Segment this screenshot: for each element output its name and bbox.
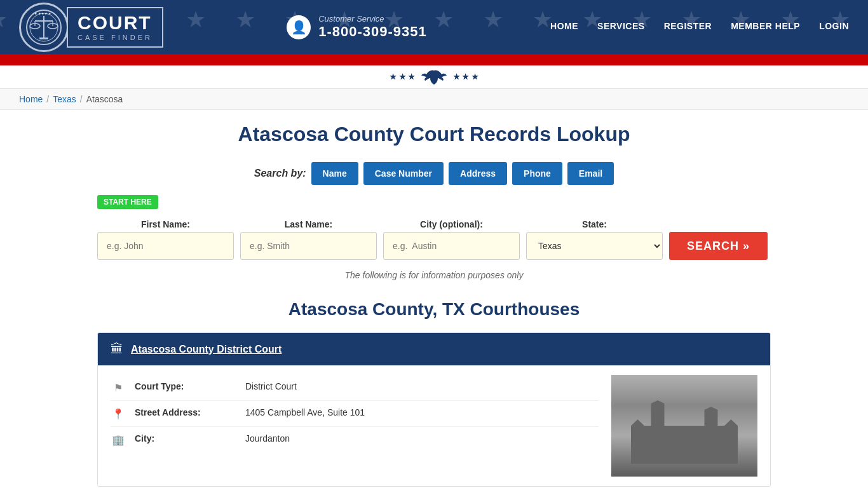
- tab-name[interactable]: Name: [311, 162, 358, 185]
- main-content: Atascosa County Court Records Lookup Sea…: [85, 110, 783, 488]
- svg-point-10: [433, 72, 436, 75]
- court-address-row: 📍 Street Address: 1405 Campbell Ave, Sui…: [111, 401, 599, 427]
- stars-left: ★ ★ ★: [390, 72, 415, 81]
- state-label: State:: [526, 219, 663, 229]
- tab-email[interactable]: Email: [567, 162, 614, 185]
- search-form: First Name: Last Name: City (optional): …: [97, 219, 771, 260]
- nav-area: HOME SERVICES REGISTER MEMBER HELP LOGIN: [550, 21, 849, 34]
- phone-number: 1-800-309-9351: [318, 24, 427, 40]
- tab-case-number[interactable]: Case Number: [363, 162, 444, 185]
- phone-icon: 👤: [287, 15, 311, 39]
- courthouses-title: Atascosa County, TX Courthouses: [97, 299, 771, 320]
- search-button[interactable]: SEARCH »: [669, 232, 768, 260]
- nav-register[interactable]: REGISTER: [664, 21, 712, 34]
- nav-home[interactable]: HOME: [550, 21, 578, 34]
- city-icon: 🏢: [111, 434, 126, 446]
- eagle-strip: ★ ★ ★ ★ ★ ★: [0, 64, 868, 89]
- city-detail-value: Jourdanton: [245, 433, 290, 444]
- address-value: 1405 Campbell Ave, Suite 101: [245, 407, 365, 417]
- court-card-body: ⚑ Court Type: District Court 📍 Street Ad…: [98, 365, 770, 486]
- breadcrumb-bar: Home / Texas / Atascosa: [0, 89, 868, 110]
- breadcrumb-county: Atascosa: [86, 94, 123, 104]
- city-label: City (optional):: [383, 219, 520, 229]
- first-name-group: First Name:: [97, 219, 234, 260]
- breadcrumb-sep-2: /: [80, 94, 83, 104]
- first-name-label: First Name:: [97, 219, 234, 229]
- phone-area: 👤 Customer Service 1-800-309-9351: [287, 14, 427, 40]
- nav-login[interactable]: LOGIN: [819, 21, 849, 34]
- logo-circle: ★ ★ ★ ★ ★: [19, 3, 69, 52]
- court-type-row: ⚑ Court Type: District Court: [111, 375, 599, 401]
- city-input[interactable]: [383, 232, 520, 260]
- courthouse-icon: 🏛: [111, 342, 123, 356]
- court-photo: [611, 375, 757, 477]
- tab-address[interactable]: Address: [449, 162, 507, 185]
- nav-services[interactable]: SERVICES: [597, 21, 645, 34]
- logo-sub: CASE FINDER: [78, 34, 153, 41]
- last-name-group: Last Name:: [240, 219, 377, 260]
- city-group: City (optional):: [383, 219, 520, 260]
- first-name-input[interactable]: [97, 232, 234, 260]
- court-card-header: 🏛 Atascosa County District Court: [98, 333, 770, 365]
- last-name-input[interactable]: [240, 232, 377, 260]
- court-type-label: Court Type:: [135, 381, 236, 391]
- address-icon: 📍: [111, 408, 126, 420]
- tab-phone[interactable]: Phone: [512, 162, 562, 185]
- logo-brand: COURT: [78, 13, 153, 32]
- logo-area: ★ ★ ★ ★ ★ COURT CASE FINDER: [19, 3, 163, 52]
- building-silhouette: [618, 400, 751, 464]
- logo-svg: ★ ★ ★ ★ ★: [25, 8, 63, 46]
- header: ★ ★ ★ ★ ★ COURT CASE FINDER 👤 Customer S…: [0, 0, 868, 64]
- stars-right: ★ ★ ★: [453, 72, 478, 81]
- court-city-row: 🏢 City: Jourdanton: [111, 427, 599, 452]
- address-label: Street Address:: [135, 407, 236, 417]
- city-detail-label: City:: [135, 433, 236, 444]
- court-card: 🏛 Atascosa County District Court ⚑ Court…: [97, 332, 771, 487]
- eagle-icon: [421, 68, 447, 86]
- phone-symbol: 👤: [291, 20, 307, 35]
- info-note: The following is for information purpose…: [97, 270, 771, 280]
- court-details: ⚑ Court Type: District Court 📍 Street Ad…: [111, 375, 599, 452]
- state-group: State: Texas Alabama Alaska Arizona Cali…: [526, 219, 663, 260]
- svg-text:★ ★ ★ ★ ★: ★ ★ ★ ★ ★: [34, 11, 51, 15]
- breadcrumb-sep-1: /: [46, 94, 49, 104]
- search-by-row: Search by: Name Case Number Address Phon…: [97, 162, 771, 185]
- court-image: [611, 375, 757, 477]
- phone-label: Customer Service: [318, 14, 427, 24]
- last-name-label: Last Name:: [240, 219, 377, 229]
- search-section: Search by: Name Case Number Address Phon…: [97, 162, 771, 280]
- state-select[interactable]: Texas Alabama Alaska Arizona California …: [526, 232, 663, 260]
- start-here-badge: START HERE: [97, 195, 158, 209]
- breadcrumb-home[interactable]: Home: [19, 94, 43, 104]
- page-title: Atascosa County Court Records Lookup: [97, 123, 771, 146]
- nav-member-help[interactable]: MEMBER HELP: [731, 21, 800, 34]
- court-type-icon: ⚑: [111, 382, 126, 394]
- court-name-link[interactable]: Atascosa County District Court: [131, 344, 281, 355]
- search-by-label: Search by:: [254, 168, 306, 179]
- court-type-value: District Court: [245, 381, 297, 391]
- breadcrumb-state[interactable]: Texas: [53, 94, 76, 104]
- logo-text-area: COURT CASE FINDER: [67, 7, 163, 48]
- eagle-strip-inner: ★ ★ ★ ★ ★ ★: [390, 68, 478, 86]
- svg-rect-8: [39, 37, 48, 39]
- breadcrumb: Home / Texas / Atascosa: [19, 94, 849, 104]
